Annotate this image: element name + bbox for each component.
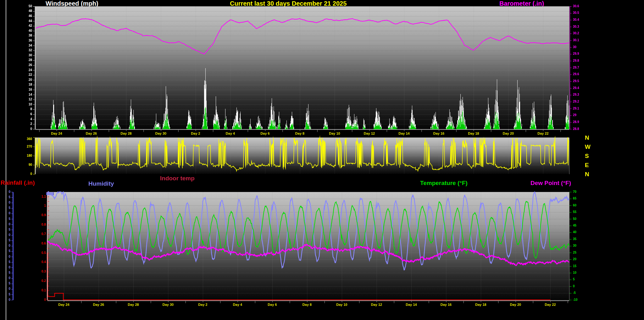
compass-label-s: S: [585, 153, 589, 160]
humidity-series-label: Humidity: [88, 180, 114, 187]
temperature-series-label: Temperature (°F): [420, 180, 468, 187]
compass-label-n-top: N: [585, 134, 589, 141]
compass-label-e: E: [585, 162, 589, 169]
humidity-peak-marker: [46, 192, 54, 195]
temperature-humidity-chart: [0, 0, 644, 320]
dew-point-series-label: Dew Point (°F): [530, 180, 571, 187]
compass-label-w: W: [585, 143, 591, 150]
rainfall-series-label: Rainfall (.in): [1, 179, 35, 186]
compass-label-n-bottom: N: [585, 171, 589, 178]
weather-graph-screen: Windspeed (mph) Current last 30 days Dec…: [0, 0, 644, 320]
indoor-temp-series-label: Indoor temp: [160, 175, 195, 182]
